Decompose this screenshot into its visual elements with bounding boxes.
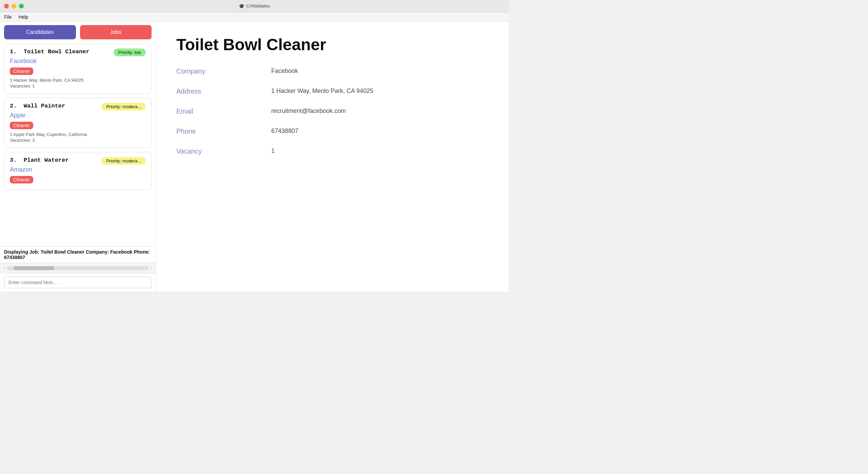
detail-phone-label: Phone xyxy=(176,127,271,135)
company-name-2: Apple xyxy=(10,112,146,119)
detail-vacancy-label: Vacancy xyxy=(176,147,271,155)
detail-company-row: Company Facebook xyxy=(176,67,488,75)
job-address-2: 1 Apple Park Way, Cupertino, California xyxy=(10,132,146,137)
menu-file[interactable]: File xyxy=(4,14,12,20)
job-card-3[interactable]: 3. Plant Waterer Priority: modera... Ama… xyxy=(4,152,152,190)
horizontal-scrollbar[interactable]: ‹ › xyxy=(0,263,156,273)
app-icon: 🎓 xyxy=(239,3,244,9)
priority-badge-1: Priority: low xyxy=(114,48,146,56)
maximize-button[interactable] xyxy=(19,4,24,8)
tab-candidates[interactable]: Candidates xyxy=(4,25,76,39)
job-vacancies-1: Vacancies: 1 xyxy=(10,83,146,88)
tab-jobs[interactable]: Jobs xyxy=(80,25,152,39)
job-card-3-header: 3. Plant Waterer Priority: modera... xyxy=(10,157,146,165)
window-title: 🎓 CANdidates xyxy=(239,3,270,9)
detail-email-row: Email recruitment@facebook.com xyxy=(176,107,488,115)
job-card-1[interactable]: 1. Toilet Bowl Cleaner Priority: low Fac… xyxy=(4,43,152,94)
job-card-2-header: 2. Wall Painter Priority: modera... xyxy=(10,103,146,111)
detail-phone-value: 67438807 xyxy=(271,127,488,135)
detail-address-label: Address xyxy=(176,87,271,95)
titlebar: 🎓 CANdidates xyxy=(0,0,509,12)
status-bar: Displaying Job: Toilet Bowl Cleaner Comp… xyxy=(0,246,156,263)
detail-vacancy-value: 1 xyxy=(271,147,488,155)
menubar: File Help xyxy=(0,12,509,22)
job-card-2[interactable]: 2. Wall Painter Priority: modera... Appl… xyxy=(4,98,152,148)
company-name-1: Facebook xyxy=(10,58,146,65)
detail-company-label: Company xyxy=(176,67,271,75)
priority-badge-3: Priority: modera... xyxy=(101,157,146,165)
detail-email-value: recruitment@facebook.com xyxy=(271,107,488,115)
detail-email-label: Email xyxy=(176,107,271,115)
company-name-3: Amazon xyxy=(10,166,146,173)
scroll-thumb[interactable] xyxy=(14,266,54,270)
job-type-3: Cleaner xyxy=(10,176,33,183)
detail-title: Toilet Bowl Cleaner xyxy=(176,35,488,54)
job-list: 1. Toilet Bowl Cleaner Priority: low Fac… xyxy=(0,42,156,246)
right-panel: Toilet Bowl Cleaner Company Facebook Add… xyxy=(156,22,509,292)
job-type-1: Cleaner xyxy=(10,67,33,75)
detail-address-row: Address 1 Hacker Way, Menlo Park, CA 940… xyxy=(176,87,488,95)
left-panel: Candidates Jobs 1. Toilet Bowl Cleaner P… xyxy=(0,22,156,292)
tab-buttons: Candidates Jobs xyxy=(0,22,156,42)
scroll-track[interactable] xyxy=(7,266,149,270)
scroll-left-arrow[interactable]: ‹ xyxy=(3,266,5,271)
minimize-button[interactable] xyxy=(12,4,16,8)
job-vacancies-2: Vacancies: 3 xyxy=(10,138,146,143)
main-content: Candidates Jobs 1. Toilet Bowl Cleaner P… xyxy=(0,22,509,292)
detail-phone-row: Phone 67438807 xyxy=(176,127,488,135)
priority-badge-2: Priority: modera... xyxy=(101,103,146,111)
job-title-2: 2. Wall Painter xyxy=(10,103,65,109)
scroll-right-arrow[interactable]: › xyxy=(150,266,153,271)
job-address-1: 1 Hacker Way, Menlo Park, CA 94025 xyxy=(10,78,146,83)
job-title-1: 1. Toilet Bowl Cleaner xyxy=(10,48,90,55)
command-input[interactable] xyxy=(4,277,152,288)
menu-help[interactable]: Help xyxy=(19,14,28,20)
close-button[interactable] xyxy=(4,4,9,8)
job-type-2: Cleaner xyxy=(10,122,33,129)
detail-company-value: Facebook xyxy=(271,67,488,75)
window-controls xyxy=(4,4,24,8)
detail-address-value: 1 Hacker Way, Menlo Park, CA 94025 xyxy=(271,87,488,95)
detail-vacancy-row: Vacancy 1 xyxy=(176,147,488,155)
job-card-1-header: 1. Toilet Bowl Cleaner Priority: low xyxy=(10,48,146,56)
command-bar xyxy=(0,273,156,292)
job-title-3: 3. Plant Waterer xyxy=(10,157,68,163)
